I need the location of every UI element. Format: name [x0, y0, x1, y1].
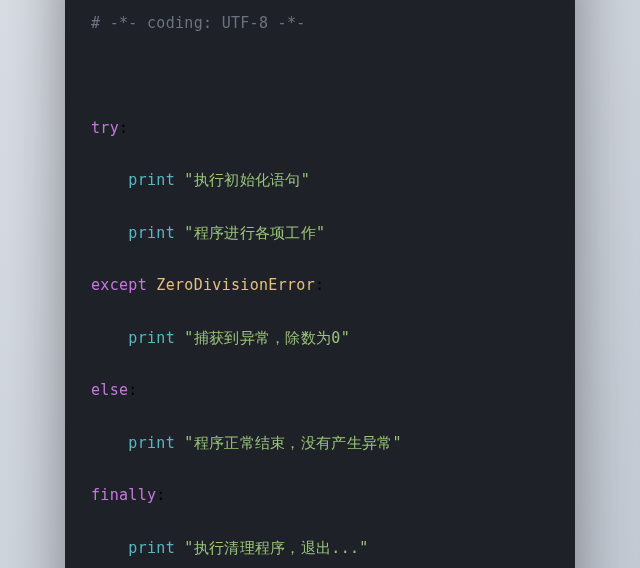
space: [175, 224, 184, 242]
string-catch: "捕获到异常，除数为0": [184, 329, 350, 347]
colon: :: [119, 119, 128, 137]
colon: :: [156, 486, 165, 504]
builtin-print: print: [128, 171, 175, 189]
keyword-finally: finally: [91, 486, 156, 504]
string-work: "程序进行各项工作": [184, 224, 325, 242]
builtin-print: print: [128, 434, 175, 452]
colon: :: [128, 381, 137, 399]
space: [175, 329, 184, 347]
code-window: # -*- coding: UTF-8 -*- try: print "执行初始…: [65, 0, 575, 568]
indent: [91, 539, 128, 557]
code-line-print-cleanup: print "执行清理程序，退出...": [91, 535, 549, 561]
builtin-print: print: [128, 539, 175, 557]
exception-class: ZeroDivisionError: [156, 276, 315, 294]
code-line-print-normal: print "程序正常结束，没有产生异常": [91, 430, 549, 456]
code-line-except: except ZeroDivisionError:: [91, 272, 549, 298]
colon: :: [315, 276, 324, 294]
code-line-print-catch: print "捕获到异常，除数为0": [91, 325, 549, 351]
code-line-finally: finally:: [91, 482, 549, 508]
space: [147, 276, 156, 294]
indent: [91, 171, 128, 189]
keyword-else: else: [91, 381, 128, 399]
code-area: # -*- coding: UTF-8 -*- try: print "执行初始…: [65, 0, 575, 568]
comment-text: # -*- coding: UTF-8 -*-: [91, 14, 306, 32]
code-line-print-work: print "程序进行各项工作": [91, 220, 549, 246]
builtin-print: print: [128, 329, 175, 347]
space: [175, 171, 184, 189]
string-init: "执行初始化语句": [184, 171, 310, 189]
code-line-comment: # -*- coding: UTF-8 -*-: [91, 10, 549, 36]
string-cleanup: "执行清理程序，退出...": [184, 539, 368, 557]
space: [175, 434, 184, 452]
indent: [91, 434, 128, 452]
code-line-else: else:: [91, 377, 549, 403]
builtin-print: print: [128, 224, 175, 242]
indent: [91, 329, 128, 347]
blank-line: [91, 62, 549, 88]
keyword-try: try: [91, 119, 119, 137]
keyword-except: except: [91, 276, 147, 294]
code-line-print-init: print "执行初始化语句": [91, 167, 549, 193]
space: [175, 539, 184, 557]
indent: [91, 224, 128, 242]
code-line-try: try:: [91, 115, 549, 141]
string-normal: "程序正常结束，没有产生异常": [184, 434, 402, 452]
